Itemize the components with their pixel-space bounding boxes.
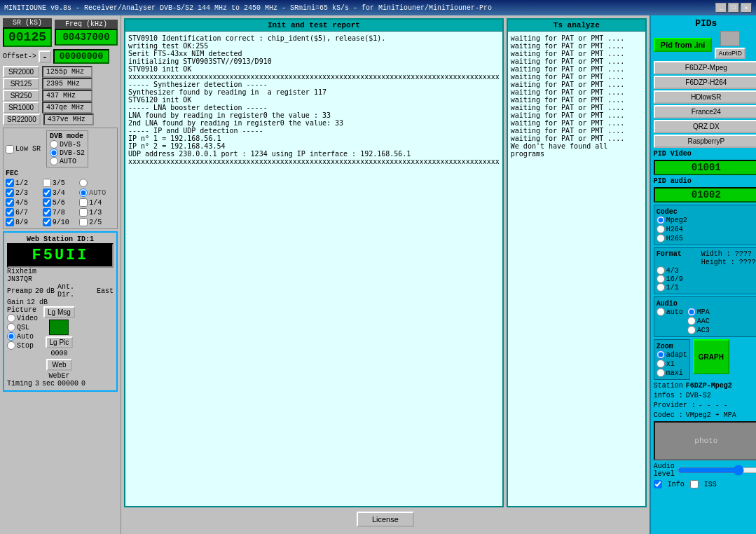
- dvb-s-radio[interactable]: [50, 140, 58, 149]
- station-f6dzp-mpeg[interactable]: F6DZP-Mpeg: [654, 61, 756, 74]
- fec-6-7[interactable]: [6, 208, 14, 217]
- license-button[interactable]: License: [357, 512, 414, 527]
- zoom-maxi-radio[interactable]: [657, 369, 665, 377]
- pid-from-button[interactable]: Pid from .ini: [654, 38, 713, 52]
- codec-info-value: VMpeg2 + MPA: [686, 411, 736, 419]
- fec-1-2[interactable]: [6, 179, 14, 187]
- fec-section: Low SR DVB mode DVB-S DVB-S2 AUTO FEC 1/…: [3, 128, 118, 229]
- report-box: Init and test report STV0910 Identificat…: [124, 18, 504, 507]
- fec-4-5[interactable]: [6, 198, 14, 207]
- fec-2-5[interactable]: [79, 218, 88, 226]
- pic-stop-radio[interactable]: [7, 341, 15, 350]
- info-checkbox[interactable]: [654, 480, 662, 488]
- provider-value: - - - -: [699, 402, 728, 409]
- pic-auto-radio[interactable]: [7, 332, 15, 341]
- title-text: MINITIOUNE v0.8s - Receiver/Analyser DVB…: [4, 4, 492, 12]
- report-title: Init and test report: [125, 20, 502, 32]
- station-qrz-dx[interactable]: QRZ DX: [654, 120, 756, 133]
- audio-level-slider[interactable]: [678, 465, 756, 475]
- fec-7-8[interactable]: [43, 208, 51, 217]
- codec-title: Codec: [657, 208, 678, 216]
- graph-button[interactable]: GRAPH: [693, 339, 729, 374]
- audio-mpa-radio[interactable]: [687, 308, 696, 316]
- web-er-label: WebEr: [48, 372, 69, 380]
- preamp-unit: dB: [46, 287, 55, 295]
- codec-mpeg2-label: Mpeg2: [666, 217, 687, 224]
- fmt-16-9-radio[interactable]: [657, 275, 665, 283]
- gain-val: 12 dB: [27, 299, 48, 306]
- sr125-freq: 2395 MHz: [42, 78, 92, 90]
- pid-audio-label: PID audio: [654, 177, 692, 185]
- pid-video-value[interactable]: 01001: [654, 160, 756, 175]
- timing-num: 00000: [57, 380, 78, 388]
- sr-rows: SR2000 1255p MHz SR125 2395 MHz SR250 43…: [3, 66, 118, 125]
- close-button[interactable]: ✕: [741, 3, 752, 13]
- sr2000-button[interactable]: SR2000: [3, 66, 39, 78]
- dvb-auto-label: AUTO: [60, 158, 76, 165]
- preamp-val: 20: [35, 287, 43, 295]
- pid-audio-value[interactable]: 01002: [654, 187, 756, 203]
- station-f6dzp-h264[interactable]: F6DZP-H264: [654, 76, 756, 89]
- codec-mpeg2-radio[interactable]: [657, 216, 665, 224]
- station-hdlowsr[interactable]: HDlowSR: [654, 90, 756, 104]
- lg-msg-button[interactable]: Lg Msg: [43, 306, 75, 318]
- dvb-s2-radio[interactable]: [50, 149, 58, 157]
- sr22000-button[interactable]: SR22000: [3, 114, 41, 125]
- fec-dvbs[interactable]: [79, 179, 88, 187]
- fec-2-3[interactable]: [6, 189, 14, 197]
- dvb-auto-radio[interactable]: [50, 157, 58, 165]
- gain-label: Gain: [7, 299, 24, 306]
- sr2000-freq: 1255p MHz: [42, 66, 92, 78]
- lg-pic-button[interactable]: Lg Pic: [46, 336, 74, 348]
- pic-qsl-radio[interactable]: [7, 323, 15, 331]
- web-button[interactable]: Web: [46, 359, 71, 371]
- sr-label: SR (kS): [3, 18, 52, 27]
- sr250-button[interactable]: SR250: [3, 90, 39, 102]
- iss-checkbox[interactable]: [690, 480, 699, 488]
- titlebar: MINITIOUNE v0.8s - Receiver/Analyser DVB…: [0, 0, 756, 15]
- fec-3-4[interactable]: [43, 189, 51, 197]
- ts-content: waiting for PAT or PMT ....waiting for P…: [508, 32, 645, 506]
- offset-minus-button[interactable]: -: [39, 50, 51, 63]
- fec-label: FEC: [6, 170, 115, 177]
- low-sr-checkbox[interactable]: [6, 145, 14, 153]
- sr1000-button[interactable]: SR1000: [3, 102, 39, 114]
- auto-pid-button[interactable]: AutoPID: [715, 48, 745, 59]
- fec-9-10[interactable]: [43, 218, 51, 226]
- sr125-button[interactable]: SR125: [3, 78, 39, 90]
- fmt-1-1-radio[interactable]: [657, 283, 665, 292]
- zoom-group: Zoom adapt x1 maxi: [654, 339, 690, 380]
- ant-dir-label: Ant. Dir.: [57, 283, 94, 299]
- fec-auto[interactable]: [79, 189, 88, 197]
- fmt-4-3-radio[interactable]: [657, 266, 665, 275]
- zoom-adapt-radio[interactable]: [657, 350, 665, 359]
- fec-8-9[interactable]: [6, 218, 14, 226]
- codec-h265-radio[interactable]: [657, 234, 665, 242]
- pic-video-radio[interactable]: [7, 314, 15, 322]
- dvb-s-label: DVB-S: [60, 141, 81, 149]
- fec-1-3[interactable]: [79, 208, 88, 217]
- offset-value[interactable]: 00000000: [53, 49, 109, 64]
- picture-label: Picture: [7, 306, 38, 314]
- zoom-x1-radio[interactable]: [657, 360, 665, 368]
- station-france24[interactable]: France24: [654, 105, 756, 118]
- left-panel: SR (kS) 00125 Freq (kHz) 00437000 Offset…: [0, 15, 121, 534]
- fec-3-5[interactable]: [43, 179, 51, 187]
- maximize-button[interactable]: □: [728, 3, 739, 13]
- audio-ac3-radio[interactable]: [687, 326, 696, 334]
- freq-value[interactable]: 00437000: [55, 29, 118, 46]
- fec-5-6[interactable]: [43, 198, 51, 207]
- timing-num2: 0: [81, 380, 85, 388]
- fec-1-4[interactable]: [79, 198, 88, 207]
- codec-h264-radio[interactable]: [657, 225, 665, 233]
- callsign-display: F5UII: [7, 243, 114, 268]
- sr-value[interactable]: 00125: [3, 27, 52, 47]
- minimize-button[interactable]: _: [715, 3, 727, 13]
- audio-auto-radio[interactable]: [657, 308, 665, 316]
- report-content[interactable]: STV0910 Identification correct : chip_id…: [125, 32, 502, 506]
- audio-aac-radio[interactable]: [687, 317, 696, 325]
- ts-analyze-box: Ts analyze waiting for PAT or PMT ....wa…: [507, 18, 647, 507]
- audio-group: Audio auto MPA AAC AC3: [654, 296, 756, 337]
- timing-val: 3: [35, 380, 39, 388]
- station-raspberryp[interactable]: RaspberryP: [654, 135, 756, 148]
